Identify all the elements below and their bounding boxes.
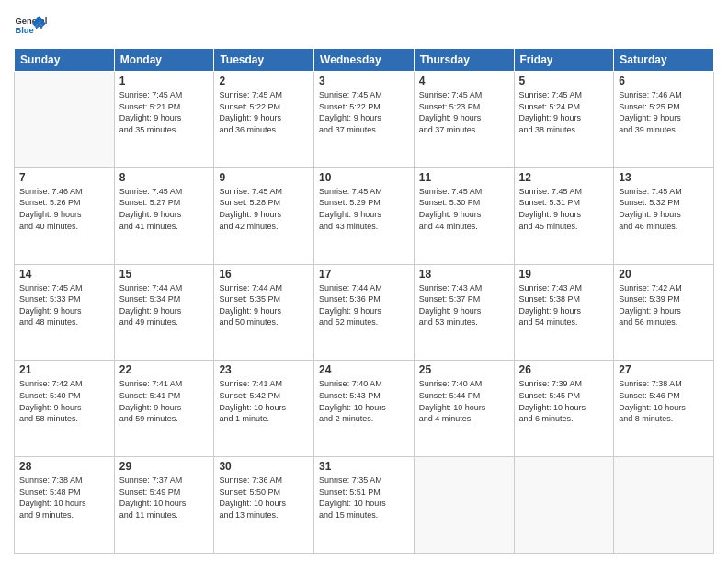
day-number: 6 [619,75,709,87]
day-number: 1 [119,75,210,87]
calendar-cell: 26Sunrise: 7:39 AM Sunset: 5:45 PM Dayli… [514,361,614,457]
day-number: 8 [119,171,210,184]
day-info: Sunrise: 7:45 AM Sunset: 5:29 PM Dayligh… [319,186,409,232]
weekday-header-monday: Monday [114,49,214,72]
calendar-table: SundayMondayTuesdayWednesdayThursdayFrid… [14,48,714,554]
calendar-cell: 3Sunrise: 7:45 AM Sunset: 5:22 PM Daylig… [314,72,415,168]
day-info: Sunrise: 7:38 AM Sunset: 5:46 PM Dayligh… [619,378,709,424]
calendar-cell: 10Sunrise: 7:45 AM Sunset: 5:29 PM Dayli… [314,167,415,264]
day-number: 7 [19,171,109,184]
day-number: 26 [519,363,609,376]
weekday-header-sunday: Sunday [15,49,115,72]
calendar-cell: 6Sunrise: 7:46 AM Sunset: 5:25 PM Daylig… [614,72,714,168]
calendar-cell: 24Sunrise: 7:40 AM Sunset: 5:43 PM Dayli… [314,361,415,457]
calendar-cell: 23Sunrise: 7:41 AM Sunset: 5:42 PM Dayli… [214,361,314,457]
day-number: 31 [319,460,409,473]
day-info: Sunrise: 7:44 AM Sunset: 5:34 PM Dayligh… [119,282,210,328]
calendar-cell: 13Sunrise: 7:45 AM Sunset: 5:32 PM Dayli… [614,167,714,264]
day-info: Sunrise: 7:45 AM Sunset: 5:23 PM Dayligh… [419,89,509,135]
calendar-cell: 18Sunrise: 7:43 AM Sunset: 5:37 PM Dayli… [414,264,514,361]
day-number: 5 [519,75,609,87]
calendar-cell: 15Sunrise: 7:44 AM Sunset: 5:34 PM Dayli… [114,264,214,361]
day-info: Sunrise: 7:43 AM Sunset: 5:38 PM Dayligh… [519,282,609,328]
weekday-header-friday: Friday [514,49,614,72]
day-number: 13 [619,171,709,184]
day-number: 25 [419,363,509,376]
calendar-cell [15,72,115,168]
calendar-cell: 30Sunrise: 7:36 AM Sunset: 5:50 PM Dayli… [214,457,314,554]
day-info: Sunrise: 7:45 AM Sunset: 5:24 PM Dayligh… [519,89,609,135]
day-info: Sunrise: 7:46 AM Sunset: 5:25 PM Dayligh… [619,89,709,135]
calendar-cell: 17Sunrise: 7:44 AM Sunset: 5:36 PM Dayli… [314,264,415,361]
day-number: 14 [19,268,109,281]
day-number: 12 [519,171,609,184]
day-info: Sunrise: 7:36 AM Sunset: 5:50 PM Dayligh… [219,475,309,521]
day-number: 10 [319,171,409,184]
day-info: Sunrise: 7:41 AM Sunset: 5:42 PM Dayligh… [219,378,309,424]
calendar-cell: 22Sunrise: 7:41 AM Sunset: 5:41 PM Dayli… [114,361,214,457]
weekday-header-wednesday: Wednesday [314,49,415,72]
day-number: 11 [419,171,509,184]
calendar-cell: 16Sunrise: 7:44 AM Sunset: 5:35 PM Dayli… [214,264,314,361]
day-info: Sunrise: 7:45 AM Sunset: 5:31 PM Dayligh… [519,186,609,232]
day-info: Sunrise: 7:41 AM Sunset: 5:41 PM Dayligh… [119,378,210,424]
day-info: Sunrise: 7:45 AM Sunset: 5:22 PM Dayligh… [319,89,409,135]
day-number: 15 [119,268,210,281]
day-number: 27 [619,363,709,376]
day-number: 4 [419,75,509,87]
calendar-cell: 28Sunrise: 7:38 AM Sunset: 5:48 PM Dayli… [15,457,115,554]
calendar-cell: 12Sunrise: 7:45 AM Sunset: 5:31 PM Dayli… [514,167,614,264]
day-number: 18 [419,268,509,281]
calendar-cell: 27Sunrise: 7:38 AM Sunset: 5:46 PM Dayli… [614,361,714,457]
day-info: Sunrise: 7:35 AM Sunset: 5:51 PM Dayligh… [319,475,409,521]
day-number: 21 [19,363,109,376]
calendar-cell: 4Sunrise: 7:45 AM Sunset: 5:23 PM Daylig… [414,72,514,168]
calendar-cell [614,457,714,554]
day-number: 22 [119,363,210,376]
day-info: Sunrise: 7:45 AM Sunset: 5:27 PM Dayligh… [119,186,210,232]
day-info: Sunrise: 7:45 AM Sunset: 5:22 PM Dayligh… [219,89,309,135]
day-info: Sunrise: 7:43 AM Sunset: 5:37 PM Dayligh… [419,282,509,328]
day-number: 9 [219,171,309,184]
day-info: Sunrise: 7:38 AM Sunset: 5:48 PM Dayligh… [19,475,109,521]
day-info: Sunrise: 7:42 AM Sunset: 5:40 PM Dayligh… [19,378,109,424]
day-info: Sunrise: 7:39 AM Sunset: 5:45 PM Dayligh… [519,378,609,424]
calendar-cell: 5Sunrise: 7:45 AM Sunset: 5:24 PM Daylig… [514,72,614,168]
day-number: 24 [319,363,409,376]
day-info: Sunrise: 7:46 AM Sunset: 5:26 PM Dayligh… [19,186,109,232]
day-number: 20 [619,268,709,281]
day-info: Sunrise: 7:45 AM Sunset: 5:32 PM Dayligh… [619,186,709,232]
day-info: Sunrise: 7:45 AM Sunset: 5:21 PM Dayligh… [119,89,210,135]
logo: General Blue [14,9,47,42]
calendar-cell: 14Sunrise: 7:45 AM Sunset: 5:33 PM Dayli… [15,264,115,361]
calendar-cell: 9Sunrise: 7:45 AM Sunset: 5:28 PM Daylig… [214,167,314,264]
calendar-cell: 11Sunrise: 7:45 AM Sunset: 5:30 PM Dayli… [414,167,514,264]
day-info: Sunrise: 7:45 AM Sunset: 5:30 PM Dayligh… [419,186,509,232]
day-info: Sunrise: 7:42 AM Sunset: 5:39 PM Dayligh… [619,282,709,328]
day-info: Sunrise: 7:45 AM Sunset: 5:28 PM Dayligh… [219,186,309,232]
day-number: 19 [519,268,609,281]
day-number: 17 [319,268,409,281]
calendar-cell [414,457,514,554]
day-info: Sunrise: 7:40 AM Sunset: 5:44 PM Dayligh… [419,378,509,424]
calendar-cell: 25Sunrise: 7:40 AM Sunset: 5:44 PM Dayli… [414,361,514,457]
weekday-header-tuesday: Tuesday [214,49,314,72]
calendar-cell: 7Sunrise: 7:46 AM Sunset: 5:26 PM Daylig… [15,167,115,264]
day-number: 30 [219,460,309,473]
calendar-cell: 8Sunrise: 7:45 AM Sunset: 5:27 PM Daylig… [114,167,214,264]
day-number: 28 [19,460,109,473]
day-info: Sunrise: 7:40 AM Sunset: 5:43 PM Dayligh… [319,378,409,424]
calendar-cell: 29Sunrise: 7:37 AM Sunset: 5:49 PM Dayli… [114,457,214,554]
day-info: Sunrise: 7:44 AM Sunset: 5:36 PM Dayligh… [319,282,409,328]
weekday-header-saturday: Saturday [614,49,714,72]
day-number: 29 [119,460,210,473]
calendar-cell: 19Sunrise: 7:43 AM Sunset: 5:38 PM Dayli… [514,264,614,361]
calendar-cell: 21Sunrise: 7:42 AM Sunset: 5:40 PM Dayli… [15,361,115,457]
day-info: Sunrise: 7:44 AM Sunset: 5:35 PM Dayligh… [219,282,309,328]
calendar-cell: 20Sunrise: 7:42 AM Sunset: 5:39 PM Dayli… [614,264,714,361]
calendar-cell: 31Sunrise: 7:35 AM Sunset: 5:51 PM Dayli… [314,457,415,554]
calendar-cell: 2Sunrise: 7:45 AM Sunset: 5:22 PM Daylig… [214,72,314,168]
calendar-cell: 1Sunrise: 7:45 AM Sunset: 5:21 PM Daylig… [114,72,214,168]
svg-text:Blue: Blue [15,26,33,35]
day-number: 3 [319,75,409,87]
